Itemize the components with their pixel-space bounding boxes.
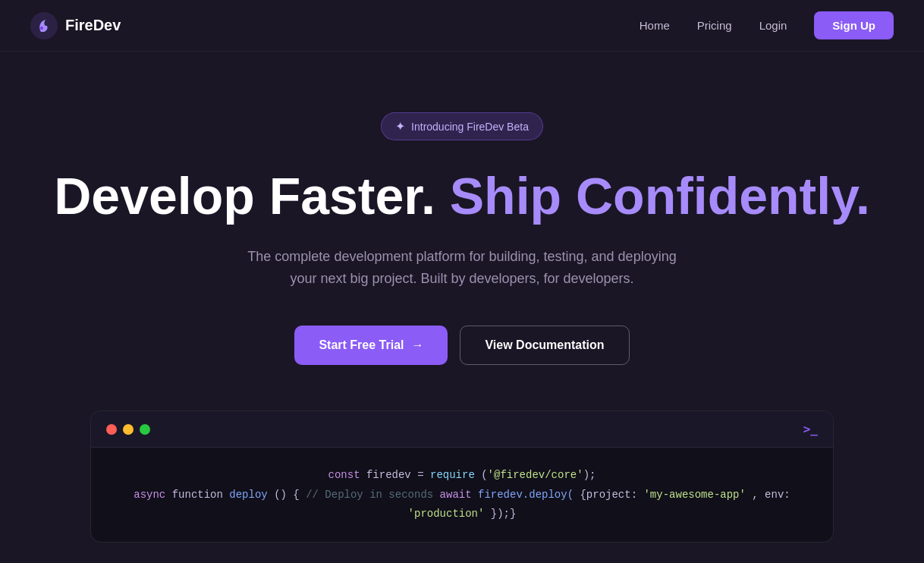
code-titlebar: >_ <box>91 411 833 448</box>
code-arg-open: ( <box>481 469 487 481</box>
code-close: });} <box>491 508 517 520</box>
code-module-string: '@firedev/core' <box>488 469 583 481</box>
traffic-light-yellow <box>123 424 134 435</box>
code-deploy-name: deploy <box>229 489 267 501</box>
badge-text: Introducing FireDev Beta <box>411 121 529 133</box>
beta-badge: ✦ Introducing FireDev Beta <box>381 112 543 140</box>
hero-title-part2: Ship Confidently. <box>450 167 870 225</box>
arrow-icon: → <box>411 338 423 352</box>
nav-item-pricing[interactable]: Pricing <box>697 19 732 32</box>
start-trial-label: Start Free Trial <box>319 338 404 352</box>
hero-subtitle: The complete development platform for bu… <box>247 246 676 290</box>
code-body: const firedev = require ('@firedev/core'… <box>91 448 833 542</box>
nav-item-login[interactable]: Login <box>759 19 787 32</box>
code-arg-close: ); <box>583 469 596 481</box>
hero-section: ✦ Introducing FireDev Beta Develop Faste… <box>0 52 924 563</box>
hero-subtitle-line1: The complete development platform for bu… <box>247 249 676 264</box>
code-async: async <box>134 489 165 501</box>
svg-point-1 <box>40 27 43 30</box>
hero-buttons: Start Free Trial → View Documentation <box>294 326 629 365</box>
hero-title: Develop Faster. Ship Confidently. <box>54 168 870 225</box>
code-call: firedev.deploy( <box>478 489 574 501</box>
badge-icon: ✦ <box>395 119 405 134</box>
code-line-2: async function deploy () { // Deploy in … <box>112 486 812 524</box>
code-eq: = <box>417 469 423 481</box>
logo[interactable]: FireDev <box>30 12 121 39</box>
code-comment: // Deploy in seconds <box>306 489 433 501</box>
signup-button[interactable]: Sign Up <box>814 11 894 39</box>
code-line-1: const firedev = require ('@firedev/core'… <box>112 466 812 485</box>
navbar: FireDev Home Pricing Login Sign Up <box>0 0 924 52</box>
view-docs-button[interactable]: View Documentation <box>460 326 629 365</box>
traffic-lights <box>106 424 150 435</box>
code-const: const <box>328 469 360 481</box>
code-brace: {project: <box>580 489 643 501</box>
code-env-val: 'production' <box>408 508 485 520</box>
code-await: await <box>440 489 478 501</box>
brand-name: FireDev <box>65 17 121 34</box>
nav-links: Home Pricing Login Sign Up <box>640 11 894 39</box>
traffic-light-green <box>140 424 150 435</box>
hero-title-part1: Develop Faster. <box>54 167 450 225</box>
terminal-icon: >_ <box>803 422 818 436</box>
code-require: require <box>430 469 475 481</box>
code-env-label: , env: <box>752 489 790 501</box>
code-var: firedev <box>366 469 417 481</box>
traffic-light-red <box>106 424 117 435</box>
code-project-val: 'my-awesome-app' <box>643 489 745 501</box>
code-window: >_ const firedev = require ('@firedev/co… <box>90 410 834 543</box>
hero-subtitle-line2: your next big project. Built by develope… <box>290 271 633 286</box>
code-function-kw: function <box>172 489 230 501</box>
start-trial-button[interactable]: Start Free Trial → <box>294 326 448 365</box>
logo-icon <box>30 12 58 39</box>
code-deploy-params: () { <box>274 489 300 501</box>
nav-item-home[interactable]: Home <box>640 19 670 32</box>
